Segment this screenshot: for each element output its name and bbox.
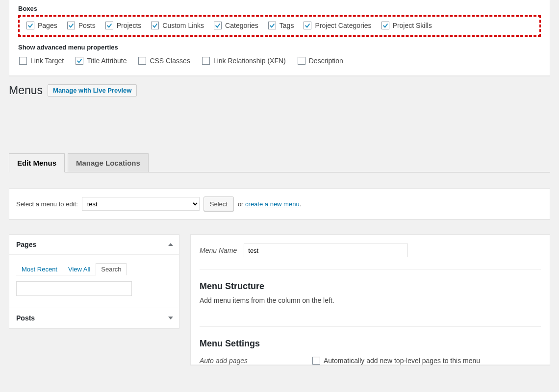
pages-metabox-header[interactable]: Pages xyxy=(9,235,179,255)
pages-metabox: Pages Most Recent View All Search xyxy=(9,234,179,308)
boxes-4-label: Categories xyxy=(225,22,258,29)
or-text: or xyxy=(238,200,244,208)
boxes-4-checkbox[interactable] xyxy=(214,22,222,29)
posts-metabox-title: Posts xyxy=(16,314,35,322)
boxes-5-checkbox[interactable] xyxy=(268,22,276,29)
advanced-1-checkbox[interactable] xyxy=(76,57,83,65)
subtab-most-recent[interactable]: Most Recent xyxy=(16,263,63,275)
nav-tabs: Edit Menus Manage Locations xyxy=(9,153,550,172)
boxes-1-option[interactable]: Posts xyxy=(67,22,96,29)
boxes-7-checkbox[interactable] xyxy=(381,22,389,29)
posts-metabox: Posts xyxy=(9,308,179,328)
advanced-0-option[interactable]: Link Target xyxy=(19,57,64,65)
advanced-label: Show advanced menu properties xyxy=(18,44,541,51)
menu-settings-panel: Menu Name Menu Structure Add menu items … xyxy=(190,234,550,365)
boxes-1-label: Posts xyxy=(78,22,96,29)
boxes-0-label: Pages xyxy=(38,22,57,29)
expand-icon xyxy=(168,317,173,319)
boxes-7-option[interactable]: Project Skills xyxy=(381,22,432,29)
pages-subtabs: Most Recent View All Search xyxy=(16,263,127,275)
screen-options-panel: Boxes PagesPostsProjectsCustom LinksCate… xyxy=(9,0,550,76)
period: . xyxy=(300,200,302,208)
menu-settings-heading: Menu Settings xyxy=(200,339,541,349)
advanced-1-option[interactable]: Title Attribute xyxy=(76,57,127,65)
boxes-6-label: Project Categories xyxy=(315,22,371,29)
advanced-4-label: Description xyxy=(309,57,343,65)
advanced-3-checkbox[interactable] xyxy=(202,57,210,65)
advanced-row: Link TargetTitle AttributeCSS ClassesLin… xyxy=(18,54,541,65)
auto-add-pages-text: Automatically add new top-level pages to… xyxy=(324,357,480,365)
boxes-highlight: PagesPostsProjectsCustom LinksCategories… xyxy=(18,15,541,37)
boxes-6-checkbox[interactable] xyxy=(304,22,311,29)
page-content: Menus Manage with Live Preview Edit Menu… xyxy=(0,84,559,385)
boxes-6-option[interactable]: Project Categories xyxy=(304,22,371,29)
advanced-2-option[interactable]: CSS Classes xyxy=(138,57,190,65)
boxes-0-option[interactable]: Pages xyxy=(26,22,57,29)
menu-structure-heading: Menu Structure xyxy=(200,281,541,292)
boxes-0-checkbox[interactable] xyxy=(26,22,34,29)
advanced-0-checkbox[interactable] xyxy=(19,57,27,65)
menu-structure-help: Add menu items from the column on the le… xyxy=(200,296,541,304)
advanced-3-option[interactable]: Link Relationship (XFN) xyxy=(202,57,286,65)
menu-name-input[interactable] xyxy=(244,244,408,257)
tab-manage-locations[interactable]: Manage Locations xyxy=(68,153,149,172)
boxes-2-checkbox[interactable] xyxy=(105,22,113,29)
advanced-1-label: Title Attribute xyxy=(87,57,127,65)
create-menu-link[interactable]: create a new menu xyxy=(245,200,300,208)
subtab-view-all[interactable]: View All xyxy=(63,263,96,275)
boxes-label: Boxes xyxy=(18,5,541,12)
posts-metabox-header[interactable]: Posts xyxy=(9,308,179,328)
advanced-2-checkbox[interactable] xyxy=(138,57,146,65)
menu-selector-label: Select a menu to edit: xyxy=(16,200,78,208)
tab-edit-menus[interactable]: Edit Menus xyxy=(9,153,65,172)
auto-add-pages-label: Auto add pages xyxy=(200,357,254,365)
boxes-3-option[interactable]: Custom Links xyxy=(151,22,204,29)
advanced-4-checkbox[interactable] xyxy=(298,57,305,65)
page-title: Menus xyxy=(9,84,43,97)
boxes-3-label: Custom Links xyxy=(162,22,204,29)
advanced-2-label: CSS Classes xyxy=(150,57,190,65)
advanced-4-option[interactable]: Description xyxy=(298,57,343,65)
boxes-4-option[interactable]: Categories xyxy=(214,22,258,29)
select-button[interactable]: Select xyxy=(203,196,234,211)
boxes-7-label: Project Skills xyxy=(393,22,432,29)
boxes-5-option[interactable]: Tags xyxy=(268,22,294,29)
menu-selector-bar: Select a menu to edit: test Select or cr… xyxy=(9,188,550,220)
live-preview-button[interactable]: Manage with Live Preview xyxy=(48,84,137,97)
menu-name-label: Menu Name xyxy=(200,246,237,254)
boxes-3-checkbox[interactable] xyxy=(151,22,159,29)
subtab-search[interactable]: Search xyxy=(96,263,127,275)
auto-add-pages-checkbox[interactable] xyxy=(312,357,320,365)
advanced-3-label: Link Relationship (XFN) xyxy=(213,57,286,65)
advanced-0-label: Link Target xyxy=(30,57,64,65)
boxes-5-label: Tags xyxy=(280,22,294,29)
pages-search-input[interactable] xyxy=(16,281,132,296)
pages-metabox-title: Pages xyxy=(16,241,36,248)
boxes-1-checkbox[interactable] xyxy=(67,22,75,29)
boxes-2-label: Projects xyxy=(117,22,142,29)
boxes-2-option[interactable]: Projects xyxy=(105,22,142,29)
menu-select[interactable]: test xyxy=(82,197,200,211)
collapse-icon xyxy=(168,243,173,246)
